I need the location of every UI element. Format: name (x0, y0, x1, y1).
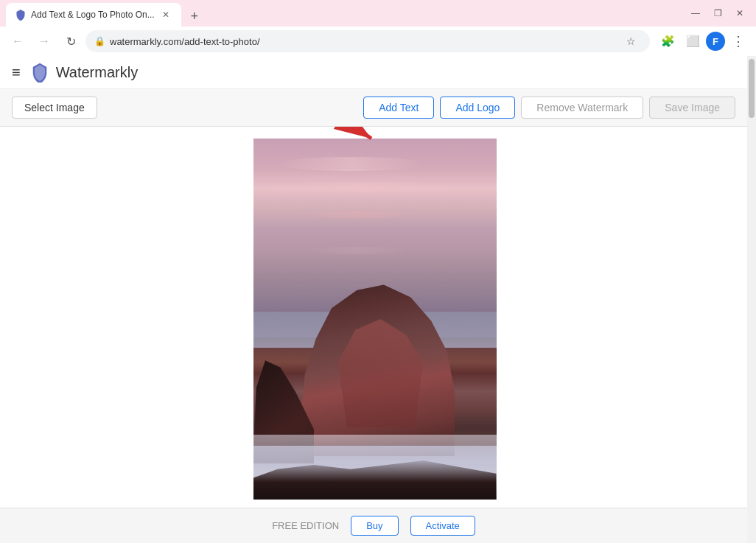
add-logo-button[interactable]: Add Logo (440, 97, 515, 119)
logo-shield-icon (29, 62, 50, 83)
buy-button[interactable]: Buy (351, 516, 398, 536)
free-edition-label: FREE EDITION (272, 520, 339, 531)
app-header: ≡ Watermarkly (0, 56, 747, 89)
canvas-area (251, 127, 499, 508)
photo-image (253, 139, 497, 500)
right-panel (499, 127, 747, 508)
window-controls: — ❐ ✕ (685, 3, 750, 24)
tab-close-button[interactable]: ✕ (159, 8, 172, 21)
bottom-bar: FREE EDITION Buy Activate (0, 508, 747, 543)
maximize-button[interactable]: ❐ (707, 3, 728, 24)
hamburger-menu[interactable]: ≡ (12, 64, 21, 81)
app-logo: Watermarkly (29, 62, 138, 83)
title-bar: Add Text & Logo To Photo On... ✕ + — ❐ ✕ (0, 0, 756, 27)
tab-bar: Add Text & Logo To Photo On... ✕ + (6, 0, 679, 27)
browser-actions: 🧩 ⬜ F ⋮ (656, 29, 750, 53)
address-bar: ← → ↻ 🔒 watermarkly.com/add-text-to-phot… (0, 27, 756, 56)
add-text-button[interactable]: Add Text (363, 97, 434, 119)
bookmark-icon[interactable]: ☆ (620, 31, 641, 52)
browser-menu-button[interactable]: ⋮ (727, 29, 750, 53)
tab-title: Add Text & Logo To Photo On... (31, 10, 155, 20)
url-text: watermarkly.com/add-text-to-photo/ (110, 36, 616, 47)
back-button[interactable]: ← (6, 29, 29, 53)
activate-button[interactable]: Activate (410, 516, 475, 536)
lock-icon: 🔒 (94, 36, 105, 46)
scrollbar[interactable] (747, 56, 756, 543)
new-tab-button[interactable]: + (184, 6, 205, 27)
minimize-button[interactable]: — (685, 3, 706, 24)
app-logo-text: Watermarkly (56, 64, 138, 81)
close-button[interactable]: ✕ (729, 3, 750, 24)
active-tab[interactable]: Add Text & Logo To Photo On... ✕ (6, 3, 181, 27)
main-area (0, 127, 747, 508)
url-bar[interactable]: 🔒 watermarkly.com/add-text-to-photo/ ☆ (85, 30, 650, 52)
scrollbar-thumb[interactable] (749, 59, 755, 118)
refresh-button[interactable]: ↻ (59, 29, 83, 53)
extensions-icon[interactable]: 🧩 (656, 29, 679, 53)
tab-favicon (15, 9, 27, 21)
toolbar: Select Image Add Text Add Logo Remove Wa… (0, 89, 747, 127)
remove-watermark-button[interactable]: Remove Watermark (521, 97, 643, 119)
select-image-button[interactable]: Select Image (12, 97, 97, 119)
left-panel (0, 127, 251, 508)
save-image-button[interactable]: Save Image (649, 97, 735, 119)
split-screen-icon[interactable]: ⬜ (681, 29, 704, 53)
profile-button[interactable]: F (706, 32, 725, 51)
forward-button[interactable]: → (32, 29, 56, 53)
